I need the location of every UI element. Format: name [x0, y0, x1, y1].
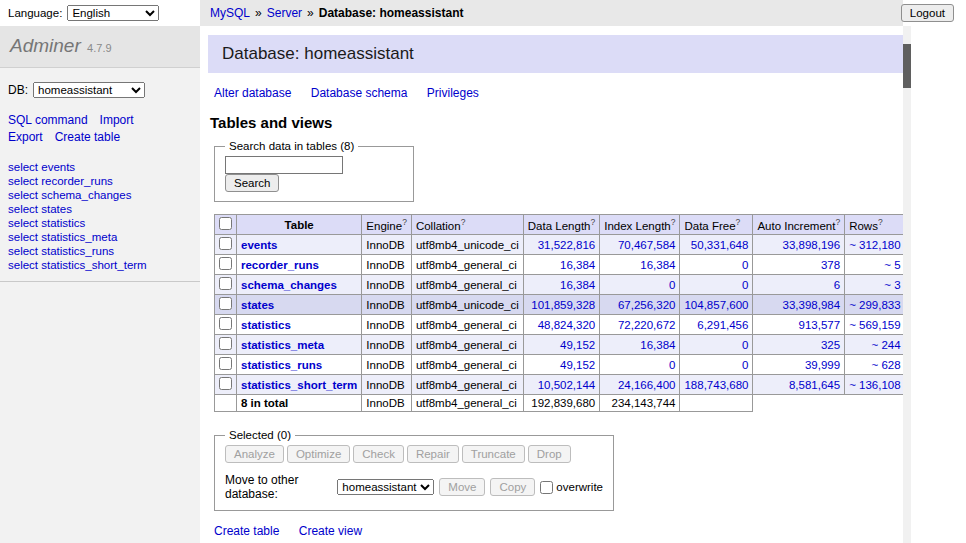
sidebar-item-select-statistics-runs[interactable]: select statistics_runs — [8, 245, 192, 259]
scrollbar-thumb[interactable] — [903, 44, 911, 88]
engine-cell: InnoDB — [362, 315, 412, 335]
engine-cell: InnoDB — [362, 355, 412, 375]
optimize-button[interactable]: Optimize — [287, 445, 350, 463]
help-link[interactable]: ? — [590, 217, 595, 227]
rows-cell: ~ 569,159 — [845, 315, 903, 335]
data-length-cell: 49,152 — [523, 355, 599, 375]
drop-button[interactable]: Drop — [528, 445, 571, 463]
row-checkbox-cell — [215, 255, 237, 275]
data-length-cell: 49,152 — [523, 335, 599, 355]
scrollbar[interactable] — [903, 26, 911, 543]
sidebar-item-select-events[interactable]: select events — [8, 161, 192, 175]
auto-increment-cell: 6 — [753, 275, 845, 295]
db-label: DB: — [8, 83, 28, 97]
row-checkbox[interactable] — [219, 357, 232, 370]
collation-cell: utf8mb4_unicode_ci — [411, 295, 523, 315]
auto-increment-cell: 913,577 — [753, 315, 845, 335]
db-select[interactable]: homeassistant — [33, 82, 145, 98]
row-checkbox[interactable] — [219, 277, 232, 290]
create-view-link[interactable]: Create view — [299, 524, 362, 538]
row-checkbox[interactable] — [219, 257, 232, 270]
logout-button[interactable]: Logout — [901, 4, 954, 22]
move-button[interactable]: Move — [439, 478, 485, 496]
table-link-states[interactable]: states — [241, 299, 274, 311]
privileges-link[interactable]: Privileges — [427, 86, 479, 100]
table-header-row: TableEngine?Collation?Data Length?Index … — [215, 215, 904, 235]
help-link[interactable]: ? — [835, 217, 840, 227]
engine-cell: InnoDB — [362, 255, 412, 275]
data-length-cell: 16,384 — [523, 275, 599, 295]
table-link-statistics-short-term[interactable]: statistics_short_term — [241, 379, 357, 391]
search-button[interactable]: Search — [225, 174, 279, 192]
repair-button[interactable]: Repair — [407, 445, 459, 463]
sidebar-item-select-statistics-meta[interactable]: select statistics_meta — [8, 231, 192, 245]
table-link-statistics[interactable]: statistics — [241, 319, 291, 331]
sidebar-item-select-schema-changes[interactable]: select schema_changes — [8, 189, 192, 203]
help-link[interactable]: ? — [736, 217, 741, 227]
row-checkbox[interactable] — [219, 377, 232, 390]
overwrite-label: overwrite — [556, 481, 603, 493]
index-length-cell: 70,467,584 — [600, 235, 680, 255]
overwrite-checkbox[interactable] — [540, 481, 553, 494]
sidebar-item-select-statistics[interactable]: select statistics — [8, 217, 192, 231]
sidebar: Adminer 4.7.9 DB: homeassistant SQL comm… — [0, 26, 200, 543]
index-length-cell: 0 — [600, 275, 680, 295]
search-input[interactable] — [225, 156, 343, 174]
search-legend: Search data in tables (8) — [225, 140, 358, 152]
help-link[interactable]: ? — [671, 217, 676, 227]
alter-database-link[interactable]: Alter database — [214, 86, 291, 100]
row-checkbox-cell — [215, 315, 237, 335]
column-header-collation: Collation? — [411, 215, 523, 235]
analyze-button[interactable]: Analyze — [225, 445, 284, 463]
breadcrumb-mysql-link[interactable]: MySQL — [210, 6, 250, 20]
total-index-length-cell: 234,143,744 — [600, 395, 680, 412]
table-link-statistics-runs[interactable]: statistics_runs — [241, 359, 322, 371]
engine-cell: InnoDB — [362, 275, 412, 295]
app-version: 4.7.9 — [87, 42, 111, 54]
import-link[interactable]: Import — [100, 113, 134, 127]
row-checkbox-cell — [215, 295, 237, 315]
index-length-cell: 24,166,400 — [600, 375, 680, 395]
language-select[interactable]: English — [67, 5, 159, 21]
sql-command-link[interactable]: SQL command — [8, 113, 88, 127]
table-link-events[interactable]: events — [241, 239, 277, 251]
breadcrumb-server-link[interactable]: Server — [267, 6, 302, 20]
database-schema-link[interactable]: Database schema — [311, 86, 408, 100]
auto-increment-cell: 378 — [753, 255, 845, 275]
engine-cell: InnoDB — [362, 375, 412, 395]
create-table-link[interactable]: Create table — [214, 524, 279, 538]
help-link[interactable]: ? — [461, 217, 466, 227]
app-title[interactable]: Adminer — [10, 35, 81, 56]
sidebar-divider — [0, 281, 200, 282]
sidebar-body: DB: homeassistant SQL commandImport Expo… — [0, 68, 200, 282]
rows-cell: ~ 628 — [845, 355, 903, 375]
table-link-statistics-meta[interactable]: statistics_meta — [241, 339, 324, 351]
check-button[interactable]: Check — [353, 445, 404, 463]
sidebar-item-select-statistics-short-term[interactable]: select statistics_short_term — [8, 259, 192, 273]
sidebar-item-select-states[interactable]: select states — [8, 203, 192, 217]
row-checkbox[interactable] — [219, 337, 232, 350]
row-checkbox[interactable] — [219, 317, 232, 330]
table-link-schema-changes[interactable]: schema_changes — [241, 279, 337, 291]
row-checkbox-cell — [215, 355, 237, 375]
table-link-recorder-runs[interactable]: recorder_runs — [241, 259, 319, 271]
copy-button[interactable]: Copy — [490, 478, 535, 496]
help-link[interactable]: ? — [878, 217, 883, 227]
row-checkbox-cell — [215, 275, 237, 295]
select-all-checkbox[interactable] — [219, 217, 232, 230]
app-header: Adminer 4.7.9 — [0, 26, 200, 68]
index-length-cell: 0 — [600, 355, 680, 375]
export-link[interactable]: Export — [8, 130, 43, 144]
create-links: Create table Create view — [214, 524, 897, 538]
sidebar-item-select-recorder-runs[interactable]: select recorder_runs — [8, 175, 192, 189]
language-bar: Language: English — [0, 0, 200, 26]
auto-increment-cell: 8,581,645 — [753, 375, 845, 395]
move-db-select[interactable]: homeassistant — [337, 479, 434, 495]
collation-cell: utf8mb4_general_ci — [411, 275, 523, 295]
table-name-cell: statistics — [237, 315, 362, 335]
row-checkbox[interactable] — [219, 297, 232, 310]
row-checkbox[interactable] — [219, 237, 232, 250]
create-table-sidebar-link[interactable]: Create table — [55, 130, 120, 144]
truncate-button[interactable]: Truncate — [462, 445, 525, 463]
help-link[interactable]: ? — [402, 217, 407, 227]
